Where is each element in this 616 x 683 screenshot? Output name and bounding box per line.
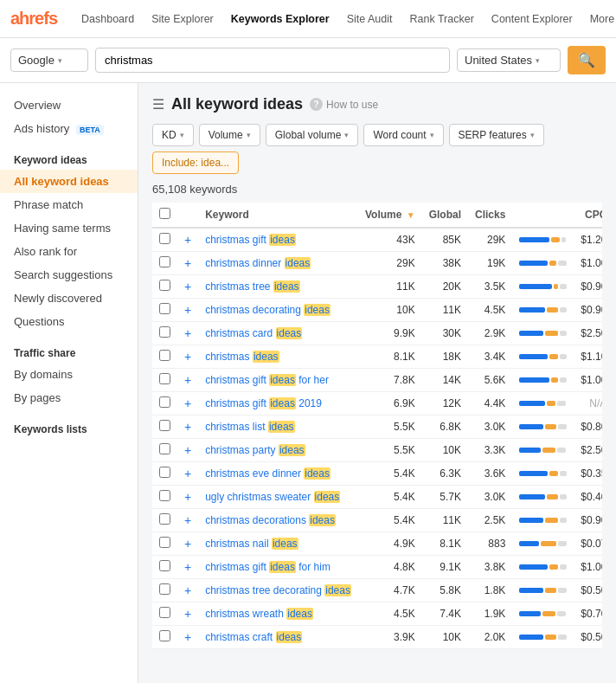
- row-checkbox-10[interactable]: [159, 467, 170, 478]
- td-plus-1[interactable]: +: [177, 252, 198, 275]
- row-checkbox-2[interactable]: [159, 280, 170, 291]
- keyword-link-15[interactable]: christmas tree decorating ideas: [205, 584, 351, 596]
- row-checkbox-12[interactable]: [159, 513, 170, 525]
- keyword-link-16[interactable]: christmas wreath ideas: [205, 608, 313, 620]
- td-plus-8[interactable]: +: [177, 416, 198, 439]
- country-select[interactable]: United States ▾: [457, 48, 561, 72]
- td-keyword-15[interactable]: christmas tree decorating ideas: [198, 579, 358, 602]
- keyword-link-13[interactable]: christmas nail ideas: [205, 538, 298, 550]
- td-plus-3[interactable]: +: [177, 299, 198, 322]
- filter-kd[interactable]: KD ▾: [152, 124, 194, 146]
- sidebar-item-overview[interactable]: Overview: [0, 93, 138, 117]
- nav-content-explorer[interactable]: Content Explorer: [484, 10, 580, 29]
- nav-site-explorer[interactable]: Site Explorer: [144, 10, 221, 29]
- keyword-link-14[interactable]: christmas gift ideas for him: [205, 561, 330, 573]
- row-checkbox-9[interactable]: [159, 443, 170, 454]
- keyword-link-11[interactable]: ugly christmas sweater ideas: [205, 491, 340, 503]
- th-global[interactable]: Global: [422, 203, 468, 228]
- td-plus-13[interactable]: +: [177, 532, 198, 556]
- nav-more[interactable]: More ▾: [583, 10, 616, 29]
- keyword-link-10[interactable]: christmas eve dinner ideas: [205, 467, 330, 480]
- td-keyword-0[interactable]: christmas gift ideas: [198, 228, 358, 252]
- sidebar-item-all-keyword-ideas[interactable]: All keyword ideas: [0, 170, 138, 193]
- td-plus-5[interactable]: +: [177, 345, 198, 369]
- td-plus-16[interactable]: +: [177, 602, 198, 626]
- td-plus-10[interactable]: +: [177, 462, 198, 486]
- td-keyword-9[interactable]: christmas party ideas: [198, 439, 358, 462]
- th-cpc[interactable]: CPC: [574, 203, 602, 228]
- keyword-link-6[interactable]: christmas gift ideas for her: [205, 374, 329, 386]
- td-keyword-1[interactable]: christmas dinner ideas: [198, 252, 358, 275]
- sidebar-item-ads-history[interactable]: Ads history BETA: [0, 117, 138, 140]
- filter-global-volume[interactable]: Global volume ▾: [266, 124, 359, 146]
- row-checkbox-16[interactable]: [159, 607, 170, 618]
- th-volume[interactable]: Volume ▼: [358, 203, 422, 228]
- how-to-use-link[interactable]: ? How to use: [310, 98, 378, 111]
- td-plus-11[interactable]: +: [177, 486, 198, 509]
- keyword-link-12[interactable]: christmas decorations ideas: [205, 514, 336, 526]
- filter-volume[interactable]: Volume ▾: [199, 124, 260, 146]
- keyword-link-1[interactable]: christmas dinner ideas: [205, 257, 311, 269]
- sidebar-item-by-domains[interactable]: By domains: [0, 363, 138, 386]
- td-keyword-16[interactable]: christmas wreath ideas: [198, 602, 358, 626]
- sidebar-item-having-same-terms[interactable]: Having same terms: [0, 216, 138, 240]
- keyword-link-9[interactable]: christmas party ideas: [205, 444, 305, 456]
- row-checkbox-17[interactable]: [159, 630, 170, 641]
- keyword-link-17[interactable]: christmas craft ideas: [205, 631, 302, 643]
- row-checkbox-14[interactable]: [159, 560, 170, 571]
- sidebar-item-search-suggestions[interactable]: Search suggestions: [0, 263, 138, 287]
- td-keyword-12[interactable]: christmas decorations ideas: [198, 509, 358, 532]
- filter-word-count[interactable]: Word count ▾: [363, 124, 443, 146]
- keyword-link-0[interactable]: christmas gift ideas: [205, 234, 296, 246]
- td-keyword-4[interactable]: christmas card ideas: [198, 322, 358, 345]
- row-checkbox-13[interactable]: [159, 537, 170, 548]
- td-plus-4[interactable]: +: [177, 322, 198, 345]
- nav-site-audit[interactable]: Site Audit: [340, 10, 400, 29]
- keyword-link-4[interactable]: christmas card ideas: [205, 327, 302, 339]
- nav-rank-tracker[interactable]: Rank Tracker: [403, 10, 481, 29]
- sidebar-item-newly-discovered[interactable]: Newly discovered: [0, 287, 138, 310]
- td-keyword-11[interactable]: ugly christmas sweater ideas: [198, 486, 358, 509]
- row-checkbox-5[interactable]: [159, 350, 170, 361]
- td-plus-9[interactable]: +: [177, 439, 198, 462]
- th-clicks[interactable]: Clicks: [468, 203, 512, 228]
- row-checkbox-3[interactable]: [159, 303, 170, 314]
- keyword-link-7[interactable]: christmas gift ideas 2019: [205, 397, 322, 409]
- sidebar-item-by-pages[interactable]: By pages: [0, 386, 138, 409]
- td-keyword-13[interactable]: christmas nail ideas: [198, 532, 358, 556]
- row-checkbox-7[interactable]: [159, 396, 170, 408]
- row-checkbox-0[interactable]: [159, 233, 170, 244]
- td-keyword-6[interactable]: christmas gift ideas for her: [198, 369, 358, 392]
- td-keyword-2[interactable]: christmas tree ideas: [198, 275, 358, 299]
- td-keyword-5[interactable]: christmas ideas: [198, 345, 358, 369]
- sidebar-item-also-rank-for[interactable]: Also rank for: [0, 240, 138, 263]
- nav-dashboard[interactable]: Dashboard: [74, 10, 141, 29]
- td-keyword-3[interactable]: christmas decorating ideas: [198, 299, 358, 322]
- td-plus-15[interactable]: +: [177, 579, 198, 602]
- td-plus-6[interactable]: +: [177, 369, 198, 392]
- row-checkbox-1[interactable]: [159, 256, 170, 267]
- select-all-checkbox[interactable]: [159, 208, 170, 219]
- td-plus-17[interactable]: +: [177, 626, 198, 649]
- row-checkbox-15[interactable]: [159, 583, 170, 595]
- td-plus-0[interactable]: +: [177, 228, 198, 252]
- filter-serp-features[interactable]: SERP features ▾: [449, 124, 544, 146]
- td-plus-12[interactable]: +: [177, 509, 198, 532]
- td-keyword-10[interactable]: christmas eve dinner ideas: [198, 462, 358, 486]
- filter-include[interactable]: Include: idea...: [152, 151, 239, 174]
- nav-keywords-explorer[interactable]: Keywords Explorer: [224, 10, 337, 29]
- keyword-link-2[interactable]: christmas tree ideas: [205, 280, 299, 293]
- td-plus-2[interactable]: +: [177, 275, 198, 299]
- sidebar-item-phrase-match[interactable]: Phrase match: [0, 193, 138, 216]
- td-plus-7[interactable]: +: [177, 392, 198, 416]
- keyword-link-3[interactable]: christmas decorating ideas: [205, 304, 330, 316]
- row-checkbox-11[interactable]: [159, 490, 170, 501]
- keyword-link-5[interactable]: christmas ideas: [205, 351, 279, 363]
- keyword-link-8[interactable]: christmas list ideas: [205, 421, 294, 433]
- td-keyword-17[interactable]: christmas craft ideas: [198, 626, 358, 649]
- td-keyword-7[interactable]: christmas gift ideas 2019: [198, 392, 358, 416]
- sidebar-item-questions[interactable]: Questions: [0, 310, 138, 333]
- td-keyword-8[interactable]: christmas list ideas: [198, 416, 358, 439]
- row-checkbox-6[interactable]: [159, 373, 170, 384]
- hamburger-icon[interactable]: ☰: [152, 96, 164, 113]
